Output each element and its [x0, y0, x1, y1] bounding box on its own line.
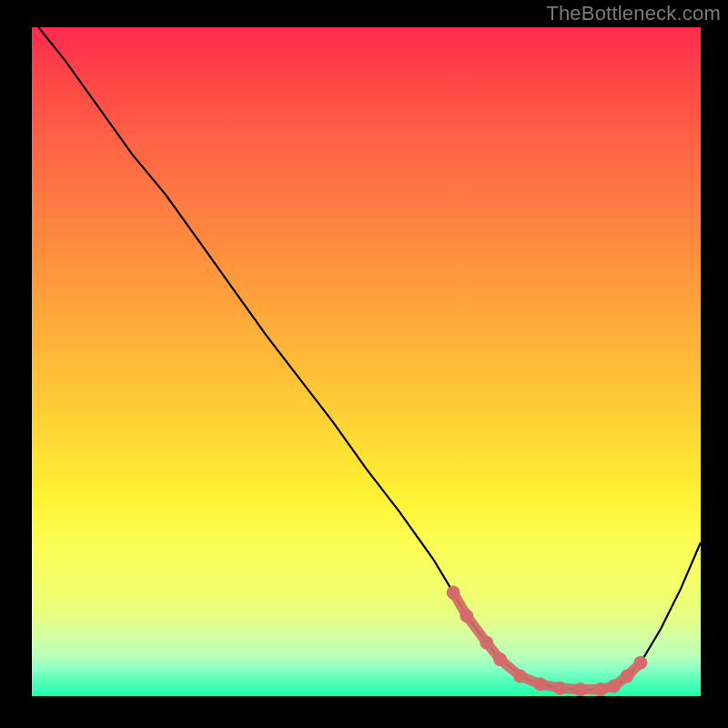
- highlight-dot: [593, 682, 607, 696]
- chart-svg: [32, 27, 701, 696]
- highlight-dot: [447, 586, 460, 600]
- chart-frame: TheBottleneck.com: [0, 0, 728, 728]
- highlight-dot: [533, 677, 547, 691]
- series-curve: [38, 27, 701, 690]
- highlight-dot: [621, 670, 634, 683]
- watermark-text: TheBottleneck.com: [546, 2, 721, 25]
- highlight-dot: [480, 636, 493, 650]
- highlight-dot: [633, 656, 647, 670]
- highlight-dot: [460, 609, 473, 622]
- series-highlight: [447, 586, 648, 696]
- plot-area: [32, 27, 701, 696]
- highlight-dot: [573, 682, 587, 696]
- curve-line: [38, 27, 701, 690]
- highlight-dot: [493, 652, 507, 666]
- highlight-dot: [607, 680, 621, 693]
- highlight-dot: [553, 682, 567, 695]
- highlight-dot: [513, 670, 527, 683]
